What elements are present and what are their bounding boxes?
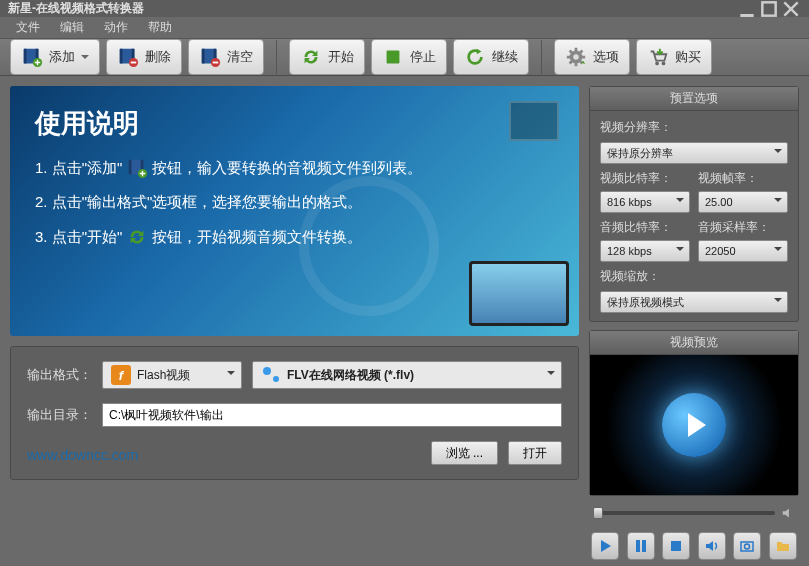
pause-button[interactable] [627,532,655,560]
film-delete-icon [117,46,139,68]
continue-button[interactable]: 继续 [453,39,529,75]
vfps-label: 视频帧率： [698,170,788,187]
delete-button[interactable]: 删除 [106,39,182,75]
close-button[interactable] [781,1,801,17]
clear-label: 清空 [227,48,253,66]
buy-button[interactable]: 购买 [636,39,712,75]
flv-format-value: FLV在线网络视频 (*.flv) [287,367,414,384]
svg-rect-10 [131,62,137,64]
menu-action[interactable]: 动作 [94,17,138,38]
preview-panel: 视频预览 [589,330,799,496]
film-clear-icon [199,46,221,68]
mute-button[interactable] [698,532,726,560]
flv-icon [261,365,281,385]
content-area: 使用说明 1. 点击"添加" 按钮，输入要转换的音视频文件到列表。 2. 点击"… [0,76,809,566]
preview-title: 视频预览 [590,331,798,355]
zoom-label: 视频缩放： [600,268,788,285]
stop-player-button[interactable] [662,532,690,560]
svg-point-18 [573,54,579,60]
svg-rect-12 [202,49,205,64]
add-button[interactable]: 添加 [10,39,100,75]
continue-label: 继续 [492,48,518,66]
abitrate-label: 音频比特率： [600,219,690,236]
svg-rect-15 [213,62,219,64]
folder-button[interactable] [769,532,797,560]
asample-dropdown[interactable]: 22050 [698,240,788,262]
resolution-label: 视频分辨率： [600,119,788,136]
flash-format-value: Flash视频 [137,367,190,384]
svg-point-29 [745,544,750,549]
menu-file[interactable]: 文件 [6,17,50,38]
asample-label: 音频采样率： [698,219,788,236]
options-button[interactable]: 选项 [554,39,630,75]
vbitrate-label: 视频比特率： [600,170,690,187]
menubar: 文件 编辑 动作 帮助 [0,17,809,39]
film-add-icon [126,157,148,179]
preview-area [590,355,798,495]
add-label: 添加 [49,48,75,66]
output-dir-label: 输出目录： [27,406,92,424]
refresh-icon [300,46,322,68]
abitrate-dropdown[interactable]: 128 kbps [600,240,690,262]
instructions-banner: 使用说明 1. 点击"添加" 按钮，输入要转换的音视频文件到列表。 2. 点击"… [10,86,579,336]
seek-slider-row [589,504,799,522]
flv-format-combo[interactable]: FLV在线网络视频 (*.flv) [252,361,562,389]
svg-rect-27 [671,541,681,551]
start-label: 开始 [328,48,354,66]
stop-icon [382,46,404,68]
banner-step1: 1. 点击"添加" 按钮，输入要转换的音视频文件到列表。 [35,157,554,179]
menu-edit[interactable]: 编辑 [50,17,94,38]
svg-rect-16 [387,51,400,64]
minimize-button[interactable] [737,1,757,17]
seek-slider[interactable] [593,511,775,515]
flash-format-combo[interactable]: f Flash视频 [102,361,242,389]
output-panel: 输出格式： f Flash视频 FLV在线网络视频 (*.flv) 输出目录： [10,346,579,480]
stop-label: 停止 [410,48,436,66]
refresh-icon [126,226,148,248]
film-add-icon [21,46,43,68]
banner-step3: 3. 点击"开始" 按钮，开始视频音频文件转换。 [35,226,554,248]
preset-title: 预置选项 [590,87,798,111]
delete-label: 删除 [145,48,171,66]
zoom-dropdown[interactable]: 保持原视频模式 [600,291,788,313]
dropdown-arrow-icon [81,53,89,61]
svg-rect-1 [762,2,775,15]
titlebar: 新星-在线视频格式转换器 [0,0,809,17]
svg-rect-26 [642,540,646,552]
vfps-dropdown[interactable]: 25.00 [698,191,788,213]
app-title: 新星-在线视频格式转换器 [8,0,144,17]
flash-icon: f [111,365,131,385]
output-dir-input[interactable] [102,403,562,427]
svg-point-19 [655,62,659,66]
clear-button[interactable]: 清空 [188,39,264,75]
maximize-button[interactable] [759,1,779,17]
svg-rect-3 [24,49,27,64]
svg-rect-25 [636,540,640,552]
resolution-dropdown[interactable]: 保持原分辨率 [600,142,788,164]
volume-icon[interactable] [781,506,795,520]
snapshot-button[interactable] [733,532,761,560]
play-button[interactable] [591,532,619,560]
website-link[interactable]: www.downcc.com [27,447,138,463]
svg-point-20 [662,62,666,66]
browse-button[interactable]: 浏览 ... [431,441,498,465]
svg-rect-22 [129,160,132,175]
app-window: 新星-在线视频格式转换器 文件 编辑 动作 帮助 添加 删除 清空 开始 [0,0,809,566]
svg-rect-7 [120,49,123,64]
vbitrate-dropdown[interactable]: 816 kbps [600,191,690,213]
preview-play-icon[interactable] [662,393,726,457]
options-label: 选项 [593,48,619,66]
toolbar: 添加 删除 清空 开始 停止 继续 选项 购 [0,39,809,76]
output-format-label: 输出格式： [27,366,92,384]
start-button[interactable]: 开始 [289,39,365,75]
banner-heading: 使用说明 [35,106,554,141]
banner-step2: 2. 点击"输出格式"选项框，选择您要输出的格式。 [35,193,554,212]
gear-icon [565,46,587,68]
open-button[interactable]: 打开 [508,441,562,465]
preset-panel: 预置选项 视频分辨率： 保持原分辨率 视频比特率： 816 kbps 视频帧率：… [589,86,799,322]
player-controls [589,530,799,562]
cart-icon [647,46,669,68]
menu-help[interactable]: 帮助 [138,17,182,38]
continue-icon [464,46,486,68]
stop-button[interactable]: 停止 [371,39,447,75]
